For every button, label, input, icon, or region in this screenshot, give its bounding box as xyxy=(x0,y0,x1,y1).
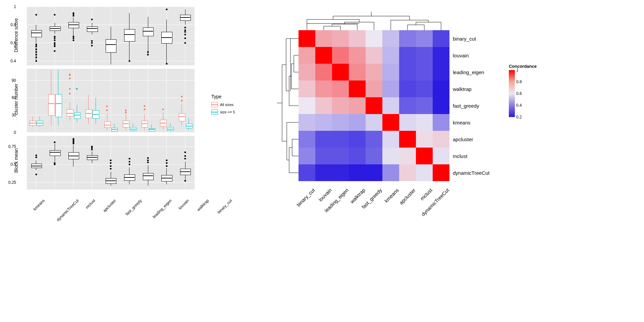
heatmap-cell xyxy=(299,80,315,97)
heatmap-cell xyxy=(299,131,315,148)
heatmap-column: binary_cutlouvainleading_eigenwalktrapfa… xyxy=(268,7,510,233)
heatmap-cell xyxy=(366,30,382,47)
heatmap-cell xyxy=(382,80,399,97)
heatmap-cell xyxy=(366,97,382,114)
heatmap-cell xyxy=(433,164,449,181)
heatmap-cell xyxy=(366,64,382,80)
heatmap-cell xyxy=(315,64,332,80)
heatmap-cell xyxy=(332,131,349,148)
row-dendrogram xyxy=(275,30,299,181)
heatmap-cell xyxy=(399,131,416,148)
heatmap-cell xyxy=(332,47,349,64)
heatmap-cell xyxy=(399,97,416,114)
heatmap-cell xyxy=(349,30,366,47)
heatmap-row-labels: binary_cutlouvainleading_eigenwalktrapfa… xyxy=(453,30,489,181)
concordance-colorbar xyxy=(509,70,515,117)
heatmap-cell xyxy=(332,80,349,97)
heatmap-cell xyxy=(315,47,332,64)
heatmap-cell xyxy=(315,148,332,164)
heatmap-cell xyxy=(416,80,433,97)
panel-difference-score: Difference score0.40.60.81 xyxy=(27,7,195,65)
heatmap-cell xyxy=(366,80,382,97)
heatmap-cell xyxy=(382,164,399,181)
boxplot-column: Difference score0.40.60.81 cluster numbe… xyxy=(7,7,195,233)
concordance-title: Concordance xyxy=(509,64,537,69)
heatmap-cell xyxy=(399,114,416,131)
heatmap-cell xyxy=(399,47,416,64)
heatmap-cell xyxy=(299,64,315,80)
heatmap-cell xyxy=(349,164,366,181)
heatmap-cell xyxy=(382,131,399,148)
heatmap-cell xyxy=(416,30,433,47)
legend-label: All sizes xyxy=(220,103,233,107)
heatmap-cell xyxy=(299,148,315,164)
heatmap-cell xyxy=(315,131,332,148)
heatmap-cell xyxy=(382,114,399,131)
heatmap-cell xyxy=(433,47,449,64)
heatmap-cell xyxy=(382,30,399,47)
heatmap-cell xyxy=(299,97,315,114)
heatmap-cell xyxy=(366,47,382,64)
heatmap-cell xyxy=(366,164,382,181)
heatmap-cell xyxy=(299,114,315,131)
heatmap-cell xyxy=(416,148,433,164)
heatmap-cell xyxy=(416,131,433,148)
heatmap-col-labels: binary_cutlouvainleading_eigenwalktrapfa… xyxy=(299,184,449,235)
heatmap-cell xyxy=(332,164,349,181)
heatmap-cell xyxy=(299,47,315,64)
heatmap-cell xyxy=(416,114,433,131)
heatmap-cell xyxy=(416,164,433,181)
heatmap-cell xyxy=(433,148,449,164)
heatmap-cell xyxy=(416,97,433,114)
heatmap-cell xyxy=(433,30,449,47)
heatmap-cell xyxy=(299,164,315,181)
heatmap-cell xyxy=(299,30,315,47)
heatmap-cell xyxy=(349,64,366,80)
legend-swatch-icon xyxy=(211,109,218,115)
heatmap-cell xyxy=(416,47,433,64)
heatmap-cell xyxy=(332,114,349,131)
heatmap-cell xyxy=(349,80,366,97)
heatmap-cell xyxy=(382,47,399,64)
heatmap-cell xyxy=(332,148,349,164)
heatmap-cell xyxy=(382,64,399,80)
heatmap-cell xyxy=(366,114,382,131)
heatmap-cell xyxy=(332,97,349,114)
heatmap-cell xyxy=(433,80,449,97)
heatmap-cell xyxy=(433,97,449,114)
heatmap-cell xyxy=(399,64,416,80)
heatmap-cell xyxy=(433,64,449,80)
heatmap-cell xyxy=(366,131,382,148)
legend-label: size >= 5 xyxy=(220,110,235,114)
heatmap-cell xyxy=(416,64,433,80)
heatmap-grid xyxy=(299,30,540,181)
heatmap-cell xyxy=(315,30,332,47)
x-axis-categories: kmeansdynamicTreeCutmclustapclusterfast_… xyxy=(27,193,195,233)
panel-block-mean: Block mean0.250.50.75 xyxy=(27,136,195,190)
heatmap-cell xyxy=(433,114,449,131)
heatmap-cell xyxy=(399,30,416,47)
heatmap-cell xyxy=(315,97,332,114)
heatmap-cell xyxy=(349,47,366,64)
heatmap-cell xyxy=(382,97,399,114)
heatmap-cell xyxy=(433,131,449,148)
heatmap-cell xyxy=(315,80,332,97)
panel-cluster-number: cluster number0306090 xyxy=(27,69,195,132)
heatmap-cell xyxy=(399,148,416,164)
heatmap-cell xyxy=(332,64,349,80)
concordance-legend: Concordance 1 0.8 0.6 0.4 0.2 xyxy=(509,64,537,117)
heatmap-cell xyxy=(399,164,416,181)
heatmap-cell xyxy=(349,131,366,148)
heatmap-cell xyxy=(349,148,366,164)
heatmap-cell xyxy=(315,114,332,131)
heatmap-cell xyxy=(366,148,382,164)
heatmap: binary_cutlouvainleading_eigenwalktrapfa… xyxy=(299,30,540,181)
heatmap-cell xyxy=(399,80,416,97)
column-dendrogram xyxy=(299,10,449,30)
legend-item-all: All sizes xyxy=(211,102,252,107)
legend-item-filtered: size >= 5 xyxy=(211,109,252,115)
heatmap-cell xyxy=(349,114,366,131)
heatmap-cell xyxy=(315,164,332,181)
heatmap-cell xyxy=(332,30,349,47)
legend-swatch-icon xyxy=(211,102,218,107)
